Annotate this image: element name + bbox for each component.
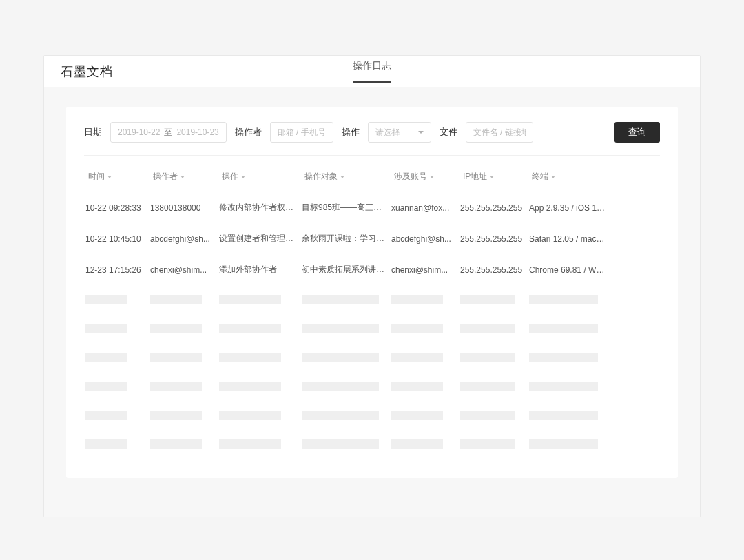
skeleton-bar <box>302 439 379 449</box>
table-body: 10-22 09:28:3313800138000修改内部协作者权限...目标9… <box>84 192 660 285</box>
file-label: 文件 <box>440 126 457 138</box>
skeleton-bar <box>219 324 281 333</box>
body-area: 日期 2019-10-22 至 2019-10-23 操作者 操作 请选择 文件 <box>44 87 700 517</box>
cell-target: 初中素质拓展系列讲座... <box>302 264 391 276</box>
sort-icon <box>107 176 112 178</box>
cell-account: abcdefghi@sh... <box>391 234 460 244</box>
date-to: 2019-10-23 <box>176 127 218 137</box>
skeleton-bar <box>302 353 379 362</box>
cell-ip: 255.255.255.255 <box>460 265 529 275</box>
skeleton-bar <box>391 411 443 420</box>
cell-terminal: Safari 12.05 / macOS... <box>529 234 612 244</box>
skeleton-bar <box>150 411 202 420</box>
skeleton-bar <box>460 439 515 449</box>
filter-bar: 日期 2019-10-22 至 2019-10-23 操作者 操作 请选择 文件 <box>84 122 660 156</box>
action-select[interactable]: 请选择 <box>368 122 431 143</box>
col-account[interactable]: 涉及账号 <box>394 171 463 183</box>
skeleton-bar <box>85 353 127 362</box>
skeleton-bar <box>529 439 598 449</box>
skeleton-bar <box>219 382 281 391</box>
skeleton-bar <box>460 353 515 362</box>
cell-ip: 255.255.255.255 <box>460 234 529 244</box>
operator-input[interactable] <box>270 122 333 143</box>
sort-icon <box>490 176 494 178</box>
date-separator: 至 <box>164 127 172 138</box>
skeleton-bar <box>302 324 379 333</box>
skeleton-bar <box>85 295 127 304</box>
tab-operation-log[interactable]: 操作日志 <box>353 60 391 83</box>
skeleton-bar <box>529 411 598 420</box>
skeleton-bar <box>85 382 127 391</box>
cell-terminal: Chrome 69.81 / Wind... <box>529 265 612 275</box>
log-table: 时间 操作者 操作 操作对象 涉及账号 IP地址 终端 10-22 09:28:… <box>84 165 660 459</box>
placeholder-row <box>84 372 660 401</box>
col-operator[interactable]: 操作者 <box>153 171 222 183</box>
cell-account: chenxi@shim... <box>391 265 460 275</box>
col-time[interactable]: 时间 <box>88 171 153 183</box>
col-target[interactable]: 操作对象 <box>304 171 394 183</box>
skeleton-bar <box>85 411 127 420</box>
cell-ip: 255.255.255.255 <box>460 203 529 213</box>
skeleton-bar <box>150 353 202 362</box>
col-terminal[interactable]: 终端 <box>532 171 614 183</box>
sort-icon <box>551 176 555 178</box>
sort-icon <box>180 176 185 178</box>
table-header: 时间 操作者 操作 操作对象 涉及账号 IP地址 终端 <box>84 165 660 192</box>
chevron-down-icon <box>418 131 424 134</box>
date-from: 2019-10-22 <box>118 127 160 137</box>
skeleton-bar <box>391 295 443 304</box>
skeleton-bar <box>391 353 443 362</box>
skeleton-bar <box>219 295 281 304</box>
skeleton-bar <box>219 439 281 449</box>
cell-terminal: App 2.9.35 / iOS 12.3 <box>529 203 612 213</box>
file-input[interactable] <box>466 122 533 143</box>
col-ip[interactable]: IP地址 <box>463 171 532 183</box>
skeleton-bar <box>150 324 202 333</box>
skeleton-bar <box>460 382 515 391</box>
col-action[interactable]: 操作 <box>222 171 304 183</box>
placeholder-row <box>84 401 660 430</box>
skeleton-bar <box>529 295 598 304</box>
table-row: 12-23 17:15:26chenxi@shim...添加外部协作者初中素质拓… <box>84 254 660 285</box>
skeleton-bar <box>391 439 443 449</box>
header: 石墨文档 操作日志 <box>44 56 700 87</box>
brand-logo: 石墨文档 <box>61 63 113 80</box>
sort-icon <box>241 176 245 178</box>
skeleton-bar <box>529 324 598 333</box>
placeholder-row <box>84 430 660 459</box>
skeleton-bar <box>85 324 127 333</box>
skeleton-bar <box>391 382 443 391</box>
skeleton-bar <box>219 411 281 420</box>
query-button[interactable]: 查询 <box>614 122 660 143</box>
skeleton-bar <box>302 382 379 391</box>
skeleton-bar <box>529 353 598 362</box>
skeleton-bar <box>150 295 202 304</box>
log-card: 日期 2019-10-22 至 2019-10-23 操作者 操作 请选择 文件 <box>66 107 678 478</box>
cell-action: 添加外部协作者 <box>219 264 302 276</box>
cell-time: 10-22 09:28:33 <box>85 203 150 213</box>
cell-account: xuannan@fox... <box>391 203 460 213</box>
skeleton-bar <box>219 353 281 362</box>
cell-operator: 13800138000 <box>150 203 219 213</box>
cell-operator: abcdefghi@sh... <box>150 234 219 244</box>
cell-target: 目标985班——高三地理... <box>302 202 391 214</box>
date-label: 日期 <box>84 126 102 138</box>
main-panel: 石墨文档 操作日志 日期 2019-10-22 至 2019-10-23 操作者… <box>43 55 701 517</box>
cell-operator: chenxi@shim... <box>150 265 219 275</box>
skeleton-bar <box>85 439 127 449</box>
skeleton-bar <box>460 324 515 333</box>
cell-action: 修改内部协作者权限... <box>219 202 302 214</box>
table-row: 10-22 09:28:3313800138000修改内部协作者权限...目标9… <box>84 192 660 223</box>
cell-action: 设置创建者和管理员... <box>219 233 302 245</box>
skeleton-bar <box>529 382 598 391</box>
placeholder-row <box>84 314 660 343</box>
action-select-placeholder: 请选择 <box>375 127 400 138</box>
skeleton-bar <box>150 439 202 449</box>
date-range-picker[interactable]: 2019-10-22 至 2019-10-23 <box>110 122 227 143</box>
skeleton-bar <box>460 411 515 420</box>
placeholder-rows <box>84 285 660 459</box>
table-row: 10-22 10:45:10abcdefghi@sh...设置创建者和管理员..… <box>84 223 660 254</box>
cell-time: 10-22 10:45:10 <box>85 234 150 244</box>
sort-icon <box>430 176 434 178</box>
placeholder-row <box>84 343 660 372</box>
